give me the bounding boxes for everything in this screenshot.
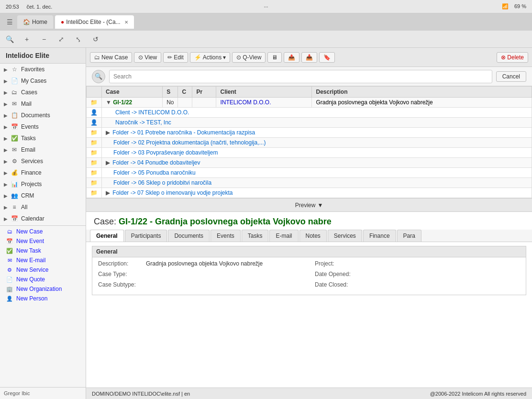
folder-01-link[interactable]: Folder -> 01 Potrebe naročnika - Dokumen… bbox=[112, 129, 255, 136]
sidebar-action-new-event[interactable]: 📅 New Event bbox=[0, 236, 86, 246]
cancel-button[interactable]: Cancel bbox=[496, 71, 526, 82]
sub-label-cell[interactable]: Folder -> 03 Povpraševanje dobaviteljem bbox=[102, 148, 532, 158]
tab-home[interactable]: 🏠 Home bbox=[17, 15, 53, 29]
sub-label-cell[interactable]: ▶ Folder -> 04 Ponudbe dobaviteljev bbox=[102, 158, 532, 168]
monitor-button[interactable]: 🖥 bbox=[267, 52, 282, 63]
sidebar-item-my-cases[interactable]: ▶ 📄 My Cases bbox=[0, 75, 86, 87]
field-case-subtype: Case Subtype: bbox=[98, 281, 303, 288]
folder-06-link[interactable]: Folder -> 06 Sklep o pridobitvi naročila bbox=[106, 179, 211, 186]
tab-services[interactable]: Services bbox=[328, 230, 362, 242]
upload-button[interactable]: 📤 bbox=[284, 52, 299, 63]
client-link[interactable]: INTELICOM D.O.O. bbox=[220, 99, 271, 106]
sidebar-item-crm[interactable]: ▶ 👥 CRM bbox=[0, 190, 86, 201]
sidebar-action-new-person[interactable]: 👤 New Person bbox=[0, 294, 86, 303]
tab-participants[interactable]: Participants bbox=[125, 230, 167, 242]
tab-documents[interactable]: Documents bbox=[168, 230, 210, 242]
sub-item-link[interactable]: Client -> INTELICOM D.O.O. bbox=[106, 109, 189, 116]
sidebar-item-all[interactable]: ▶ ≡ All bbox=[0, 201, 86, 213]
tab-general[interactable]: General bbox=[90, 230, 124, 242]
case-id-link[interactable]: GI-1/22 bbox=[113, 99, 132, 106]
edit-button[interactable]: ✏ Edit bbox=[163, 52, 188, 63]
search-icon-button[interactable]: 🔍 bbox=[92, 70, 105, 83]
refresh-button[interactable]: ↺ bbox=[90, 33, 101, 45]
back-button[interactable]: 🔍 bbox=[4, 33, 15, 45]
sidebar-item-finance[interactable]: ▶ 💰 Finance bbox=[0, 167, 86, 178]
table-row[interactable]: 📁 ▶ Folder -> 07 Sklep o imenovanju vodj… bbox=[87, 188, 532, 198]
q-view-button[interactable]: ⊙ Q-View bbox=[232, 52, 266, 63]
bookmark-button[interactable]: 🔖 bbox=[319, 52, 335, 63]
sidebar-action-new-email[interactable]: ✉ New E-mail bbox=[0, 255, 86, 265]
sub-label-cell[interactable]: Naročnik -> TEST, Inc bbox=[102, 118, 532, 128]
sidebar-item-projects[interactable]: ▶ 📊 Projects bbox=[0, 178, 86, 190]
sub-label-cell[interactable]: ▶ Folder -> 07 Sklep o imenovanju vodje … bbox=[102, 188, 532, 198]
status-battery: 69 % bbox=[514, 3, 526, 10]
tab-tasks[interactable]: Tasks bbox=[242, 230, 269, 242]
table-row[interactable]: 📁 Folder -> 06 Sklep o pridobitvi naroči… bbox=[87, 178, 532, 188]
narocnik-link[interactable]: Naročnik -> TEST, Inc bbox=[106, 119, 171, 126]
sidebar-item-tasks[interactable]: ▶ ✅ Tasks bbox=[0, 133, 86, 144]
folder-03-link[interactable]: Folder -> 03 Povpraševanje dobaviteljem bbox=[106, 149, 218, 156]
preview-bar[interactable]: Preview ▼ bbox=[86, 199, 532, 212]
projects-icon: 📊 bbox=[11, 181, 18, 188]
tab-notes[interactable]: Notes bbox=[299, 230, 327, 242]
table-row[interactable]: 📁 Folder -> 05 Ponudba naročniku bbox=[87, 168, 532, 178]
folder-07-link[interactable]: Folder -> 07 Sklep o imenovanju vodje pr… bbox=[112, 189, 233, 196]
table-row[interactable]: 📁 ▶ Folder -> 01 Potrebe naročnika - Dok… bbox=[87, 128, 532, 138]
folder-02-link[interactable]: Folder -> 02 Projektna dokumentacija (na… bbox=[106, 139, 266, 146]
actions-button[interactable]: ⚡ Actions ▾ bbox=[190, 52, 230, 63]
sidebar-item-documents[interactable]: ▶ 📋 Documents bbox=[0, 110, 86, 121]
sidebar-action-new-case[interactable]: 🗂 New Case bbox=[0, 227, 86, 236]
sidebar-item-calendar[interactable]: ▶ 📅 Calendar bbox=[0, 213, 86, 224]
sidebar-app-name: Intelidoc Elite bbox=[0, 48, 86, 64]
sub-label-cell[interactable]: Folder -> 02 Projektna dokumentacija (na… bbox=[102, 138, 532, 148]
q-view-icon: ⊙ bbox=[236, 54, 241, 61]
view-icon: ⊙ bbox=[138, 54, 143, 61]
sidebar-item-events[interactable]: ▶ 📅 Events bbox=[0, 121, 86, 133]
table-row[interactable]: 👤 Naročnik -> TEST, Inc bbox=[87, 118, 532, 128]
client-cell[interactable]: INTELICOM D.O.O. bbox=[216, 98, 312, 108]
new-case-button[interactable]: 🗂 New Case bbox=[90, 52, 132, 63]
tab-para[interactable]: Para bbox=[397, 230, 421, 242]
sidebar-action-new-task[interactable]: ✅ New Task bbox=[0, 246, 86, 255]
sidebar-item-email[interactable]: ▶ ✉ Email bbox=[0, 144, 86, 155]
sub-label-cell[interactable]: Client -> INTELICOM D.O.O. bbox=[102, 108, 532, 118]
case-title: Case: GI-1/22 - Gradnja poslovnega objek… bbox=[86, 212, 532, 230]
table-row[interactable]: 📁 ▼ GI-1/22 No INTELICOM D.O.O. Gradnja … bbox=[87, 98, 532, 108]
sidebar-action-new-quote[interactable]: 📄 New Quote bbox=[0, 275, 86, 284]
delete-button[interactable]: ⊗ Delete bbox=[497, 52, 528, 63]
view-button[interactable]: ⊙ View bbox=[134, 52, 161, 63]
tab-email[interactable]: E-mail bbox=[269, 230, 298, 242]
preview-label: Preview bbox=[295, 202, 316, 209]
folder-05-link[interactable]: Folder -> 05 Ponudba naročniku bbox=[106, 169, 196, 176]
sub-label-cell[interactable]: ▶ Folder -> 01 Potrebe naročnika - Dokum… bbox=[102, 128, 532, 138]
new-org-icon: 🏢 bbox=[6, 286, 13, 292]
download-button[interactable]: 📥 bbox=[301, 52, 317, 63]
table-row[interactable]: 👤 Client -> INTELICOM D.O.O. bbox=[87, 108, 532, 118]
sidebar-action-new-organization[interactable]: 🏢 New Organization bbox=[0, 284, 86, 294]
tab-close-button[interactable]: ✕ bbox=[124, 20, 128, 25]
table-row[interactable]: 📁 ▶ Folder -> 04 Ponudbe dobaviteljev bbox=[87, 158, 532, 168]
menu-button[interactable]: ☰ bbox=[4, 16, 15, 28]
add-tab-button[interactable]: + bbox=[21, 33, 33, 45]
preview-arrow: ▼ bbox=[317, 202, 323, 209]
date-opened-label: Date Opened: bbox=[315, 271, 363, 277]
table-row[interactable]: 📁 Folder -> 02 Projektna dokumentacija (… bbox=[87, 138, 532, 148]
sidebar-item-cases[interactable]: ▶ 🗂 Cases bbox=[0, 87, 86, 98]
expand-button[interactable]: ⤢ bbox=[55, 33, 67, 45]
sidebar-item-mail[interactable]: ▶ ✉ Mail bbox=[0, 98, 86, 110]
sidebar-item-favorites[interactable]: ▶ ☆ Favorites bbox=[0, 64, 86, 75]
search-input[interactable] bbox=[109, 70, 492, 83]
sidebar-action-new-service[interactable]: ⚙ New Service bbox=[0, 265, 86, 275]
case-cell[interactable]: ▼ GI-1/22 bbox=[102, 98, 163, 108]
sub-label-cell[interactable]: Folder -> 05 Ponudba naročniku bbox=[102, 168, 532, 178]
collapse-button[interactable]: ⤣ bbox=[73, 33, 84, 45]
table-row[interactable]: 📁 Folder -> 03 Povpraševanje dobavitelje… bbox=[87, 148, 532, 158]
tab-finance[interactable]: Finance bbox=[363, 230, 396, 242]
minimize-button[interactable]: − bbox=[38, 33, 50, 45]
sub-label-cell[interactable]: Folder -> 06 Sklep o pridobitvi naročila bbox=[102, 178, 532, 188]
tab-intelidoc[interactable]: ● InteliDoc Elite - (Ca... ✕ bbox=[55, 15, 134, 29]
case-title-link[interactable]: GI-1/22 - Gradnja poslovnega objekta Voj… bbox=[119, 217, 332, 226]
sidebar-item-services[interactable]: ▶ ⚙ Services bbox=[0, 155, 86, 167]
folder-04-link[interactable]: Folder -> 04 Ponudbe dobaviteljev bbox=[112, 159, 200, 166]
tab-events[interactable]: Events bbox=[211, 230, 241, 242]
